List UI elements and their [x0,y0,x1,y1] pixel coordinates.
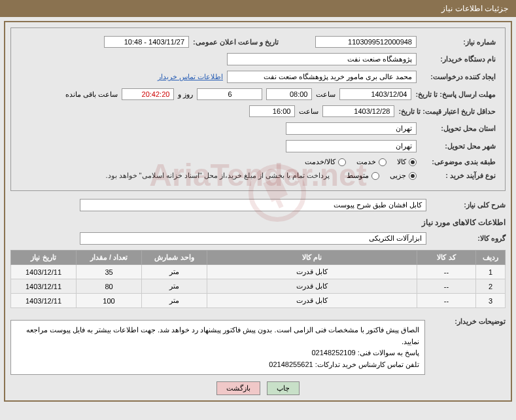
th-code: کد کالا [417,251,476,265]
back-button[interactable]: بازگشت [216,381,260,395]
cell-qty: 100 [77,294,142,308]
buyer-notes-line1: الصاق پیش فاکتور با مشخصات فنی الزامی اس… [16,324,419,347]
radio-medium[interactable]: متوسط [347,171,379,180]
remaining-label: ساعت باقی مانده [65,90,118,99]
price-validity-hour-value: 16:00 [249,105,295,117]
radio-partial[interactable]: جزیی [390,171,417,180]
table-header-row: ردیف کد کالا نام کالا واحد شمارش تعداد /… [11,251,506,265]
cell-name: کابل قدرت [207,279,417,294]
th-unit: واحد شمارش [142,251,207,265]
buyer-name-value: پژوهشگاه صنعت نفت [227,53,417,65]
price-validity-date-value: 1403/12/28 [322,105,394,117]
th-row: ردیف [476,251,506,265]
time-remaining-value: 20:42:20 [122,88,174,100]
goods-info-title: اطلاعات کالاهای مورد نیاز [10,218,506,227]
cell-name: کابل قدرت [207,294,417,308]
cell-need-date: 1403/12/11 [11,294,77,308]
need-number-value: 1103099512000948 [315,36,417,48]
print-button[interactable]: چاپ [267,381,300,395]
radio-goods-service-label: کالا/خدمت [305,158,335,166]
overall-desc-label: شرح کلی نیاز: [430,201,506,209]
radio-goods-service[interactable]: کالا/خدمت [305,158,346,166]
radio-circle-icon [338,158,346,166]
cell-need-date: 1403/12/11 [11,279,77,294]
request-creator-label: ایجاد کننده درخواست: [421,73,496,81]
radio-circle-icon [409,158,417,166]
cell-row: 1 [476,265,506,279]
cell-code: -- [417,265,476,279]
radio-circle-icon [409,172,417,180]
overall-desc-value: کابل افشان طبق شرح پیوست [80,199,426,211]
cell-name: کابل قدرت [207,265,417,279]
request-creator-value: محمد عالی بری مامور خرید پژوهشگاه صنعت ن… [227,71,417,83]
page-title: جزئیات اطلاعات نیاز [0,0,516,17]
cell-code: -- [417,279,476,294]
radio-goods[interactable]: کالا [397,158,417,166]
process-radio-group: جزیی متوسط [347,171,417,180]
buyer-notes-label: توضیحات خریدار: [430,315,506,326]
cell-row: 2 [476,279,506,294]
table-row: 2 -- کابل قدرت متر 80 1403/12/11 [11,279,506,294]
delivery-city-value: تهران [286,140,417,152]
cell-qty: 80 [77,279,142,294]
radio-circle-icon [379,158,387,166]
buyer-contact-link[interactable]: اطلاعات تماس خریدار [158,73,223,81]
details-section: شماره نیاز: 1103099512000948 تاریخ و ساع… [10,27,506,191]
days-and-label: روز و [178,90,193,99]
cell-unit: متر [142,265,207,279]
goods-group-value: ابزارآلات الکتریکی [80,232,426,245]
goods-table: ردیف کد کالا نام کالا واحد شمارش تعداد /… [10,250,506,308]
purchase-process-label: نوع فرآیند خرید : [421,171,496,180]
th-qty: تعداد / مقدار [77,251,142,265]
table-row: 1 -- کابل قدرت متر 35 1403/12/11 [11,265,506,279]
delivery-city-label: شهر محل تحویل: [421,142,496,150]
buttons-row: چاپ بازگشت [10,381,506,395]
radio-service-label: خدمت [356,158,376,166]
subject-category-label: طبقه بندی موضوعی: [421,158,496,166]
table-row: 3 -- کابل قدرت متر 100 1403/12/11 [11,294,506,308]
radio-partial-label: جزیی [390,171,406,180]
cell-code: -- [417,294,476,308]
delivery-province-label: استان محل تحویل: [421,124,496,133]
cell-need-date: 1403/12/11 [11,265,77,279]
need-number-label: شماره نیاز: [421,38,496,46]
goods-group-label: گروه کالا: [430,234,506,243]
radio-service[interactable]: خدمت [356,158,387,166]
cell-qty: 35 [77,265,142,279]
buyer-notes-box: الصاق پیش فاکتور با مشخصات فنی الزامی اس… [10,320,425,375]
price-validity-label: حداقل تاریخ اعتبار قیمت: تا تاریخ: [398,107,496,116]
announce-datetime-label: تاریخ و ساعت اعلان عمومی: [193,38,279,46]
buyer-notes-line2: پاسخ به سوالات فنی: 02148252109 [16,347,419,359]
response-hour-value: 08:00 [266,88,312,100]
category-radio-group: کالا خدمت کالا/خدمت [305,158,417,166]
response-deadline-label: مهلت ارسال پاسخ: تا تاریخ: [415,90,496,99]
radio-goods-label: کالا [397,158,406,166]
response-date-value: 1403/12/04 [339,88,411,100]
payment-note: پرداخت تمام یا بخشی از مبلغ خرید،از محل … [105,171,330,180]
th-need-date: تاریخ نیاز [11,251,77,265]
cell-unit: متر [142,294,207,308]
cell-row: 3 [476,294,506,308]
hour-label-1: ساعت [316,90,335,99]
buyer-notes-line3: تلفن تماس کارشناس خرید تدارکات: 02148255… [16,359,419,371]
delivery-province-value: تهران [286,122,417,135]
radio-medium-label: متوسط [347,171,369,180]
th-name: نام کالا [207,251,417,265]
goods-section: شرح کلی نیاز: کابل افشان طبق شرح پیوست ا… [10,199,506,375]
days-remaining-value: 6 [197,88,262,100]
announce-datetime-value: 1403/11/27 - 10:48 [104,36,189,48]
cell-unit: متر [142,279,207,294]
buyer-name-label: نام دستگاه خریدار: [421,55,496,63]
hour-label-2: ساعت [299,107,318,116]
main-container: شماره نیاز: 1103099512000948 تاریخ و ساع… [4,21,512,402]
radio-circle-icon [371,172,379,180]
